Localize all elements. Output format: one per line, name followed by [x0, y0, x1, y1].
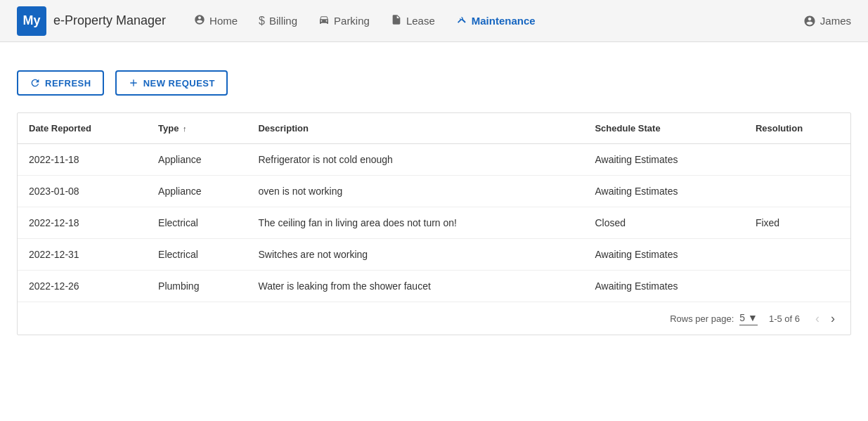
- nav-home[interactable]: Home: [194, 14, 238, 28]
- page-info: 1-5 of 6: [769, 313, 800, 324]
- cell-date: 2022-11-18: [18, 144, 147, 176]
- user-icon: [803, 15, 816, 27]
- table-header-row: Date Reported Type ↑ Description Schedul…: [18, 113, 850, 144]
- col-date-reported: Date Reported: [18, 113, 147, 144]
- cell-schedule-state: Awaiting Estimates: [583, 271, 744, 302]
- cell-resolution: Fixed: [744, 207, 850, 239]
- maintenance-table: Date Reported Type ↑ Description Schedul…: [18, 113, 850, 302]
- main-nav: Home $ Billing Parking Lease Maintenance: [194, 14, 803, 28]
- cell-schedule-state: Closed: [583, 207, 744, 239]
- page-navigation: ‹ ›: [811, 311, 839, 326]
- col-type-label: Type: [158, 123, 179, 134]
- nav-parking[interactable]: Parking: [318, 14, 370, 28]
- cell-date: 2022-12-31: [18, 239, 147, 271]
- table-row[interactable]: 2022-12-31ElectricalSwitches are not wor…: [18, 239, 850, 271]
- refresh-button[interactable]: REFRESH: [17, 70, 104, 96]
- table-row[interactable]: 2022-12-18ElectricalThe ceiling fan in l…: [18, 207, 850, 239]
- cell-description: The ceiling fan in living area does not …: [247, 207, 583, 239]
- cell-date: 2023-01-08: [18, 176, 147, 207]
- cell-type: Electrical: [147, 207, 247, 239]
- plus-icon: [128, 77, 139, 89]
- col-schedule-state: Schedule State: [583, 113, 744, 144]
- rows-per-page-control: Rows per page: 5 ▼: [670, 312, 758, 325]
- new-request-button[interactable]: NEW REQUEST: [115, 70, 228, 96]
- app-logo: My: [17, 6, 46, 36]
- nav-parking-label: Parking: [334, 15, 370, 27]
- refresh-label: REFRESH: [45, 78, 91, 89]
- table-row[interactable]: 2022-11-18ApplianceRefrigerator is not c…: [18, 144, 850, 176]
- action-bar: REFRESH NEW REQUEST: [17, 70, 851, 96]
- rows-per-page-select[interactable]: 5 ▼: [739, 312, 758, 325]
- cell-schedule-state: Awaiting Estimates: [583, 239, 744, 271]
- parking-icon: [318, 14, 330, 28]
- pagination-bar: Rows per page: 5 ▼ 1-5 of 6 ‹ ›: [18, 302, 850, 335]
- cell-date: 2022-12-18: [18, 207, 147, 239]
- new-request-label: NEW REQUEST: [143, 78, 215, 89]
- main-content: REFRESH NEW REQUEST Date Reported Type ↑…: [0, 42, 868, 352]
- col-type[interactable]: Type ↑: [147, 113, 247, 144]
- cell-type: Plumbing: [147, 271, 247, 302]
- nav-maintenance[interactable]: Maintenance: [456, 14, 536, 28]
- user-name: James: [820, 15, 851, 27]
- lease-icon: [391, 14, 402, 28]
- table-row[interactable]: 2023-01-08Applianceoven is not workingAw…: [18, 176, 850, 207]
- maintenance-table-container: Date Reported Type ↑ Description Schedul…: [17, 112, 851, 335]
- cell-resolution: [744, 239, 850, 271]
- cell-resolution: [744, 176, 850, 207]
- table-row[interactable]: 2022-12-26PlumbingWater is leaking from …: [18, 271, 850, 302]
- cell-description: Switches are not working: [247, 239, 583, 271]
- cell-type: Electrical: [147, 239, 247, 271]
- rows-per-page-value: 5: [739, 312, 745, 323]
- home-icon: [194, 14, 205, 28]
- app-title: e-Property Manager: [53, 13, 166, 28]
- cell-schedule-state: Awaiting Estimates: [583, 176, 744, 207]
- cell-description: Refrigerator is not cold enough: [247, 144, 583, 176]
- cell-date: 2022-12-26: [18, 271, 147, 302]
- prev-page-button[interactable]: ‹: [811, 311, 824, 326]
- billing-icon: $: [259, 15, 265, 27]
- cell-description: Water is leaking from the shower faucet: [247, 271, 583, 302]
- next-page-button[interactable]: ›: [827, 311, 839, 326]
- col-description: Description: [247, 113, 583, 144]
- cell-type: Appliance: [147, 144, 247, 176]
- nav-home-label: Home: [209, 15, 238, 27]
- refresh-icon: [30, 77, 41, 89]
- nav-maintenance-label: Maintenance: [472, 15, 536, 27]
- rows-per-page-label: Rows per page:: [670, 313, 734, 324]
- sort-asc-icon: ↑: [183, 124, 187, 133]
- cell-type: Appliance: [147, 176, 247, 207]
- nav-billing-label: Billing: [269, 15, 297, 27]
- col-resolution: Resolution: [744, 113, 850, 144]
- dropdown-icon: ▼: [748, 312, 758, 323]
- nav-lease[interactable]: Lease: [391, 14, 435, 28]
- nav-billing[interactable]: $ Billing: [259, 15, 297, 27]
- cell-resolution: [744, 144, 850, 176]
- cell-schedule-state: Awaiting Estimates: [583, 144, 744, 176]
- cell-description: oven is not working: [247, 176, 583, 207]
- cell-resolution: [744, 271, 850, 302]
- app-header: My e-Property Manager Home $ Billing Par…: [0, 0, 868, 42]
- user-menu[interactable]: James: [803, 15, 851, 27]
- maintenance-icon: [456, 14, 467, 28]
- nav-lease-label: Lease: [406, 15, 435, 27]
